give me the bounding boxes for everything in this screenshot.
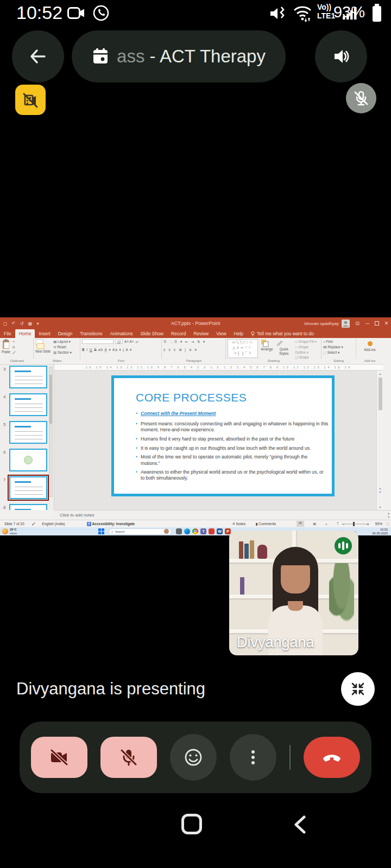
audio-activity-indicator [335,537,352,554]
smiley-icon [182,746,204,768]
slide-title: CORE PROCESSES [136,391,322,404]
slide-bullet: Most of the time we tend to operate on a… [136,454,326,466]
start-button [98,528,104,534]
ppt-restore-icon [375,321,379,326]
canvas-scrollbar: ▴ ▴▾ ▾ [376,371,383,510]
ppt-ribbon-group-labels: Clipboard Slides Font Paragraph Drawing … [0,359,383,365]
reset-button: ⟲ Reset [53,344,72,350]
taskbar-word-icon: W [217,528,223,534]
ppt-account-name: bhuvan upadhyay [305,321,339,326]
status-bar: 10:52 Vo)) LTE1 93% [0,0,391,26]
search-placeholder: Search [115,530,125,533]
zoom-slider: −+ [342,521,369,527]
search-avatar [164,529,169,534]
notes-placeholder: Click to add notes [60,513,94,518]
taskbar-app-icon [209,528,215,534]
ppt-minimize-icon: ─ [365,321,369,327]
phone-hangup-icon [320,746,343,769]
back-button[interactable] [12,30,64,82]
paste-icon [2,339,10,350]
ribbon-group-slides: New Slide ▤ Layout ▾ ⟲ Reset ▥ Section ▾ [34,338,80,359]
ppt-tab-record: Record [167,329,190,338]
taskbar-app-icons: T W P [176,528,233,534]
arrange-icon [261,339,269,347]
camera-off-icon [49,747,70,768]
fit-slide-icon: ⛶ [386,522,389,526]
slide-indicator: Slide 7 of 20 [4,522,24,526]
status-time: 10:52 [16,2,62,23]
ppt-close-icon: × [384,320,388,327]
battery-icon [371,3,382,23]
fullscreen-exit-icon [350,681,366,697]
back-arrow-icon [28,47,48,66]
more-vertical-icon [242,746,264,768]
font-size-box: 22 [115,339,123,344]
ppt-ribbon: Paste ✂⧉🖉 New Slide ▤ Layout ▾ ⟲ Reset ▥… [0,338,391,359]
participant-name-label: Divyangana [237,634,314,651]
participant-video-tile[interactable]: Divyangana [229,531,358,655]
nav-back-button[interactable] [291,815,310,834]
status-comments-button: ▮ Comments [256,522,276,526]
self-mic-muted-indicator [346,83,376,113]
media-off-icon [21,91,40,109]
ppt-menu-tabs: File Home Insert Design Transitions Anim… [0,329,391,338]
tray-date: 06-05-2025 [372,532,388,535]
ppt-status-bar: Slide 7 of 20 🖉 English (India) ♿ Access… [0,520,391,527]
ribbon-group-addins: Add-ins [356,338,383,359]
section-button: ▥ Section ▾ [53,350,72,355]
phone-screen: 10:52 Vo)) LTE1 93% [0,0,391,868]
mic-off-icon [352,89,370,107]
volte-indicator: Vo)) LTE1 [317,3,335,20]
status-notes-button: ≙ Notes [232,522,245,526]
slide-thumbnail-panel: 3 4 5 6 7 8 [0,365,54,510]
language-indicator: English (India) [42,522,65,526]
slide-thumbnail: 6 [0,448,54,475]
add-ins-icon [368,341,373,346]
taskbar-search: ⌕ Search [109,528,172,535]
ppt-tab-design: Design [54,329,76,338]
shapes-gallery: ▭╲╲□○⬭△⇩⇨♡☾☆{ }⌒⌇ [228,339,258,358]
slide-thumbnail: 8 [0,503,54,510]
shared-screen[interactable]: ▢ ↶ ↺ ▦ ▾ ACT.pptx - PowerPoint bhuvan u… [0,317,391,535]
select-button: ⬚ Select ▾ [323,350,354,355]
ppt-tab-animations: Animations [106,329,136,338]
taskbar-app-icon [176,528,182,534]
ribbon-group-clipboard: Paste ✂⧉🖉 [0,338,34,359]
ppt-ribbon-options-icon: ⊡ [355,321,360,326]
slide-thumbnail: 5 [0,420,54,448]
slide-bullet: Humans find it very hard to stay present… [136,436,322,442]
ppt-slide: CORE PROCESSES Connect with the Present … [111,375,335,496]
more-options-button[interactable] [230,734,276,781]
ppt-account-avatar [342,320,350,328]
end-call-button[interactable] [304,737,360,778]
audio-output-button[interactable] [315,30,367,82]
camera-toggle-button[interactable] [31,737,87,778]
lightbulb-icon [251,331,255,336]
presenting-text: Divyangana is presenting [16,679,205,699]
zoom-percent: 59% [375,522,382,526]
layout-button: ▤ Layout ▾ [53,339,72,344]
slide-thumbnail: 3 [0,365,54,392]
find-button: ⌕ Find [323,339,354,344]
wifi-icon [292,4,313,23]
ribbon-group-drawing: ▭╲╲□○⬭△⇩⇨♡☾☆{ }⌒⌇ Arrange Quick Styles ◇… [226,338,321,359]
svg-text:−: − [342,522,345,527]
thumbnail-scrollbar [49,367,53,497]
quick-styles-icon [276,339,284,347]
view-slideshow-icon: ⍑ [337,522,339,526]
weather-desc: Haze [10,532,17,535]
slide-bullet: Awareness to either the physical world a… [136,469,327,481]
weather-icon [2,528,8,534]
weather-temp: 29°C [10,528,17,531]
ppt-titlebar: ▢ ↶ ↺ ▦ ▾ ACT.pptx - PowerPoint bhuvan u… [0,317,391,329]
nav-home-button[interactable] [181,814,202,834]
mic-toggle-button[interactable] [100,737,157,778]
ppt-tab-home: Home [15,329,35,338]
speaker-icon [331,47,351,66]
ppt-tab-review: Review [190,329,212,338]
reactions-button[interactable] [170,734,217,781]
slide-bullet-link: Connect with the Present Moment [136,411,322,417]
meeting-title-pill[interactable]: ass - ACT Therapy [72,30,286,82]
slide-bullet: It is easy to get caught up in our thoug… [136,445,322,451]
exit-fullscreen-button[interactable] [341,672,375,706]
